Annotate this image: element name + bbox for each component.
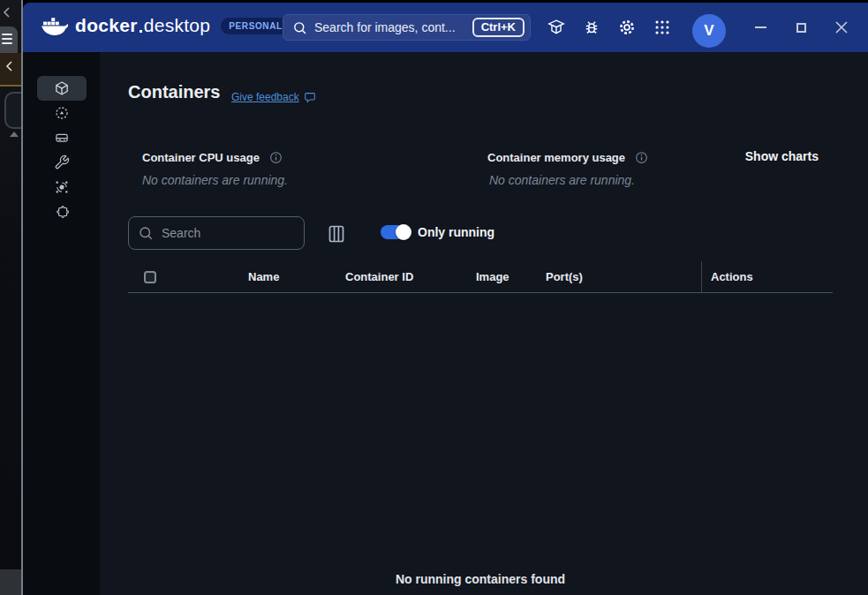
builds-icon xyxy=(54,154,70,170)
cpu-empty-text: No containers are running. xyxy=(142,173,288,187)
back-chevron-icon xyxy=(5,61,14,72)
column-header-ports[interactable]: Port(s) xyxy=(546,270,701,283)
give-feedback-link[interactable]: Give feedback xyxy=(231,91,316,103)
only-running-toggle[interactable] xyxy=(381,225,411,239)
sidebar-item-images[interactable] xyxy=(37,101,87,125)
column-header-name[interactable]: Name xyxy=(248,270,345,283)
container-search-input[interactable] xyxy=(162,226,295,240)
background-window-strip xyxy=(0,0,23,595)
titlebar: dockerdesktop PERSONAL Search for images… xyxy=(23,3,868,52)
memory-usage-label: Container memory usage xyxy=(487,150,649,165)
close-button[interactable] xyxy=(831,17,852,38)
images-icon xyxy=(54,105,70,121)
column-header-actions: Actions xyxy=(702,270,833,283)
sidebar-item-volumes[interactable] xyxy=(37,125,87,150)
search-icon xyxy=(138,225,154,241)
only-running-label: Only running xyxy=(418,225,494,239)
sidebar xyxy=(23,52,100,595)
minimize-button[interactable] xyxy=(750,17,771,38)
plan-badge: PERSONAL xyxy=(221,18,290,34)
background-banner xyxy=(0,53,21,87)
containers-icon xyxy=(54,80,70,96)
column-header-image[interactable]: Image xyxy=(476,270,546,283)
troubleshoot-bug-icon[interactable] xyxy=(582,18,601,37)
docker-logo: dockerdesktop PERSONAL xyxy=(41,14,291,37)
background-tab xyxy=(0,26,18,53)
sidebar-item-containers[interactable] xyxy=(37,76,87,101)
column-header-container-id[interactable]: Container ID xyxy=(345,270,476,283)
hamburger-icon xyxy=(2,34,12,47)
container-search[interactable] xyxy=(128,216,305,250)
select-all-checkbox[interactable] xyxy=(144,271,156,283)
volumes-icon xyxy=(54,130,70,146)
settings-gear-icon[interactable] xyxy=(617,18,637,37)
learning-center-icon[interactable] xyxy=(547,18,566,37)
avatar[interactable]: V xyxy=(692,14,726,48)
empty-state-message: No running containers found xyxy=(128,572,833,586)
feedback-bubble-icon xyxy=(304,92,316,103)
columns-layout-icon[interactable] xyxy=(326,223,347,245)
sidebar-item-extensions[interactable] xyxy=(37,200,87,224)
page-title: Containers xyxy=(128,82,220,102)
app-title: dockerdesktop xyxy=(75,15,210,36)
extensions-icon xyxy=(54,204,70,220)
memory-empty-text: No containers are running. xyxy=(489,173,635,187)
sidebar-item-scout[interactable] xyxy=(37,175,87,200)
more-apps-grid-icon[interactable] xyxy=(653,18,672,37)
containers-page: Containers Give feedback Container CPU u… xyxy=(100,52,868,595)
sidebar-item-builds[interactable] xyxy=(37,150,87,175)
docker-desktop-window: dockerdesktop PERSONAL Search for images… xyxy=(23,3,868,595)
back-chevron-icon xyxy=(3,7,11,18)
cpu-usage-label: Container CPU usage xyxy=(142,150,283,165)
show-charts-button[interactable]: Show charts xyxy=(745,149,819,163)
triangle-icon xyxy=(10,132,19,137)
global-search-placeholder: Search for images, cont... xyxy=(314,20,472,34)
scout-icon xyxy=(54,179,70,195)
containers-table-header: Name Container ID Image Port(s) Actions xyxy=(128,261,833,293)
search-icon xyxy=(292,20,307,35)
global-search-button[interactable]: Search for images, cont... Ctrl+K xyxy=(283,14,531,41)
info-icon[interactable] xyxy=(634,150,649,165)
maximize-button[interactable] xyxy=(790,17,811,38)
shortcut-badge: Ctrl+K xyxy=(472,18,525,37)
background-bottom-block xyxy=(0,569,21,595)
info-icon[interactable] xyxy=(268,150,283,165)
docker-whale-icon xyxy=(41,14,69,37)
